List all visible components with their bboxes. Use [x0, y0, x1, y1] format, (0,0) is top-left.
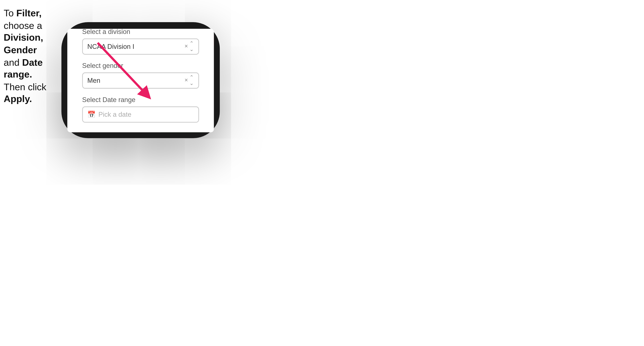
instruction-line1: To Filter, choose a — [4, 7, 42, 31]
calendar-icon: 📅 — [87, 110, 96, 118]
instruction-line3: and Date range. — [4, 56, 42, 80]
gender-select[interactable]: Men × ⌃⌄ — [82, 72, 199, 88]
tablet-device: Filter × Select a division NCAA Division… — [62, 22, 220, 138]
instruction-block: To Filter, choose a Division, Gender and… — [4, 7, 60, 106]
division-select[interactable]: NCAA Division I × ⌃⌄ — [82, 38, 199, 54]
filter-dialog: Filter × Select a division NCAA Division… — [67, 28, 214, 132]
division-label: Select a division — [82, 28, 199, 35]
division-clear-icon[interactable]: × — [184, 43, 188, 50]
date-placeholder: Pick a date — [98, 110, 131, 118]
gender-value: Men — [87, 76, 184, 84]
division-group: Select a division NCAA Division I × ⌃⌄ — [82, 28, 199, 54]
gender-arrow-icon: ⌃⌄ — [190, 74, 194, 86]
bold-division-gender: Division, Gender — [4, 32, 43, 55]
gender-label: Select gender — [82, 62, 199, 69]
bold-apply: Apply. — [4, 93, 32, 104]
instruction-line4: Then click Apply. — [4, 81, 46, 105]
modal-overlay: Filter × Select a division NCAA Division… — [67, 28, 214, 132]
bold-date-range: Date range. — [4, 56, 42, 80]
date-picker[interactable]: 📅 Pick a date — [82, 106, 199, 122]
select-icons-gender: × ⌃⌄ — [184, 74, 194, 86]
date-label: Select Date range — [82, 96, 199, 103]
bold-filter: Filter, — [16, 7, 42, 18]
date-group: Select Date range 📅 Pick a date — [82, 96, 199, 122]
tablet-screen: Filter × Select a division NCAA Division… — [67, 28, 214, 132]
division-arrow-icon: ⌃⌄ — [190, 40, 194, 52]
select-icons: × ⌃⌄ — [184, 40, 194, 52]
gender-clear-icon[interactable]: × — [184, 77, 188, 84]
division-value: NCAA Division I — [87, 42, 184, 50]
gender-group: Select gender Men × ⌃⌄ — [82, 62, 199, 88]
